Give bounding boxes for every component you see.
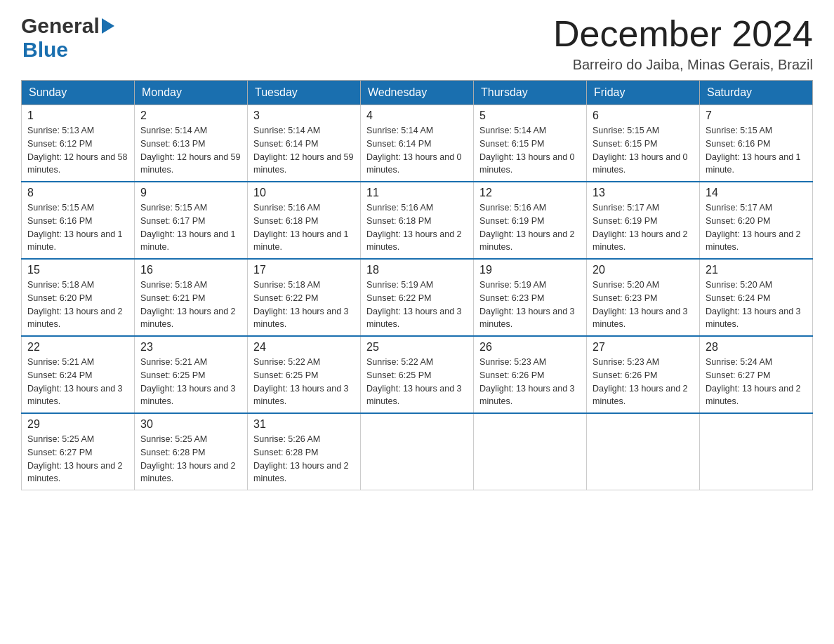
day-number: 24 (253, 341, 355, 354)
day-info: Sunrise: 5:17 AMSunset: 6:19 PMDaylight:… (593, 201, 694, 254)
table-row: 19Sunrise: 5:19 AMSunset: 6:23 PMDayligh… (474, 259, 587, 336)
day-number: 22 (27, 341, 128, 354)
day-number: 29 (27, 418, 128, 431)
day-number: 13 (593, 187, 694, 199)
col-friday: Friday (587, 81, 700, 105)
table-row: 5Sunrise: 5:14 AMSunset: 6:15 PMDaylight… (474, 105, 587, 182)
day-info: Sunrise: 5:25 AMSunset: 6:27 PMDaylight:… (27, 433, 128, 485)
day-info: Sunrise: 5:26 AMSunset: 6:28 PMDaylight:… (253, 433, 355, 485)
table-row: 18Sunrise: 5:19 AMSunset: 6:22 PMDayligh… (361, 259, 474, 336)
day-info: Sunrise: 5:20 AMSunset: 6:24 PMDaylight:… (706, 279, 807, 331)
day-number: 27 (593, 341, 694, 354)
logo-general-text: General (21, 14, 100, 38)
table-row: 17Sunrise: 5:18 AMSunset: 6:22 PMDayligh… (248, 259, 361, 336)
table-row: 15Sunrise: 5:18 AMSunset: 6:20 PMDayligh… (22, 259, 135, 336)
page-header: General Blue December 2024 Barreiro do J… (21, 14, 813, 73)
logo-blue-text: Blue (22, 38, 68, 62)
day-number: 10 (253, 187, 355, 199)
day-info: Sunrise: 5:24 AMSunset: 6:27 PMDaylight:… (706, 356, 807, 408)
table-row: 13Sunrise: 5:17 AMSunset: 6:19 PMDayligh… (587, 182, 700, 259)
day-number: 25 (366, 341, 468, 354)
calendar-table: Sunday Monday Tuesday Wednesday Thursday… (21, 80, 813, 490)
day-info: Sunrise: 5:13 AMSunset: 6:12 PMDaylight:… (27, 124, 128, 177)
day-info: Sunrise: 5:19 AMSunset: 6:22 PMDaylight:… (366, 279, 468, 331)
day-info: Sunrise: 5:14 AMSunset: 6:14 PMDaylight:… (366, 124, 468, 177)
table-row: 4Sunrise: 5:14 AMSunset: 6:14 PMDaylight… (361, 105, 474, 182)
table-row: 11Sunrise: 5:16 AMSunset: 6:18 PMDayligh… (361, 182, 474, 259)
table-row: 24Sunrise: 5:22 AMSunset: 6:25 PMDayligh… (248, 336, 361, 413)
col-sunday: Sunday (22, 81, 135, 105)
day-info: Sunrise: 5:22 AMSunset: 6:25 PMDaylight:… (366, 356, 468, 408)
day-info: Sunrise: 5:17 AMSunset: 6:20 PMDaylight:… (706, 201, 807, 254)
day-number: 1 (27, 109, 128, 122)
table-row: 14Sunrise: 5:17 AMSunset: 6:20 PMDayligh… (700, 182, 813, 259)
table-row (361, 413, 474, 490)
day-number: 20 (593, 264, 694, 276)
table-row: 30Sunrise: 5:25 AMSunset: 6:28 PMDayligh… (135, 413, 248, 490)
day-number: 8 (27, 187, 128, 199)
day-number: 7 (706, 109, 807, 122)
table-row (587, 413, 700, 490)
calendar-week-row: 29Sunrise: 5:25 AMSunset: 6:27 PMDayligh… (22, 413, 813, 490)
table-row: 25Sunrise: 5:22 AMSunset: 6:25 PMDayligh… (361, 336, 474, 413)
col-monday: Monday (135, 81, 248, 105)
col-saturday: Saturday (700, 81, 813, 105)
day-info: Sunrise: 5:18 AMSunset: 6:20 PMDaylight:… (27, 279, 128, 331)
table-row: 7Sunrise: 5:15 AMSunset: 6:16 PMDaylight… (700, 105, 813, 182)
table-row: 26Sunrise: 5:23 AMSunset: 6:26 PMDayligh… (474, 336, 587, 413)
day-number: 19 (479, 264, 581, 276)
table-row: 8Sunrise: 5:15 AMSunset: 6:16 PMDaylight… (22, 182, 135, 259)
day-info: Sunrise: 5:21 AMSunset: 6:24 PMDaylight:… (27, 356, 128, 408)
day-number: 5 (479, 109, 581, 122)
table-row: 2Sunrise: 5:14 AMSunset: 6:13 PMDaylight… (135, 105, 248, 182)
calendar-week-row: 1Sunrise: 5:13 AMSunset: 6:12 PMDaylight… (22, 105, 813, 182)
day-number: 16 (140, 264, 241, 276)
logo-arrow-icon (102, 18, 114, 34)
day-number: 6 (593, 109, 694, 122)
day-info: Sunrise: 5:21 AMSunset: 6:25 PMDaylight:… (140, 356, 241, 408)
day-info: Sunrise: 5:19 AMSunset: 6:23 PMDaylight:… (479, 279, 581, 331)
day-info: Sunrise: 5:15 AMSunset: 6:16 PMDaylight:… (706, 124, 807, 177)
table-row (474, 413, 587, 490)
day-number: 31 (253, 418, 355, 431)
day-info: Sunrise: 5:25 AMSunset: 6:28 PMDaylight:… (140, 433, 241, 485)
day-number: 12 (479, 187, 581, 199)
day-info: Sunrise: 5:18 AMSunset: 6:21 PMDaylight:… (140, 279, 241, 331)
table-row: 9Sunrise: 5:15 AMSunset: 6:17 PMDaylight… (135, 182, 248, 259)
day-info: Sunrise: 5:22 AMSunset: 6:25 PMDaylight:… (253, 356, 355, 408)
day-info: Sunrise: 5:15 AMSunset: 6:15 PMDaylight:… (593, 124, 694, 177)
day-number: 26 (479, 341, 581, 354)
logo: General Blue (21, 14, 114, 62)
calendar-week-row: 22Sunrise: 5:21 AMSunset: 6:24 PMDayligh… (22, 336, 813, 413)
day-info: Sunrise: 5:16 AMSunset: 6:18 PMDaylight:… (253, 201, 355, 254)
table-row: 12Sunrise: 5:16 AMSunset: 6:19 PMDayligh… (474, 182, 587, 259)
table-row: 28Sunrise: 5:24 AMSunset: 6:27 PMDayligh… (700, 336, 813, 413)
day-info: Sunrise: 5:20 AMSunset: 6:23 PMDaylight:… (593, 279, 694, 331)
table-row: 21Sunrise: 5:20 AMSunset: 6:24 PMDayligh… (700, 259, 813, 336)
col-thursday: Thursday (474, 81, 587, 105)
page-title: December 2024 (553, 14, 813, 54)
day-number: 2 (140, 109, 241, 122)
day-number: 23 (140, 341, 241, 354)
day-info: Sunrise: 5:15 AMSunset: 6:17 PMDaylight:… (140, 201, 241, 254)
svg-marker-0 (102, 18, 114, 34)
table-row: 1Sunrise: 5:13 AMSunset: 6:12 PMDaylight… (22, 105, 135, 182)
title-section: December 2024 Barreiro do Jaiba, Minas G… (553, 14, 813, 73)
calendar-week-row: 8Sunrise: 5:15 AMSunset: 6:16 PMDaylight… (22, 182, 813, 259)
day-number: 14 (706, 187, 807, 199)
table-row: 29Sunrise: 5:25 AMSunset: 6:27 PMDayligh… (22, 413, 135, 490)
day-info: Sunrise: 5:16 AMSunset: 6:18 PMDaylight:… (366, 201, 468, 254)
day-info: Sunrise: 5:18 AMSunset: 6:22 PMDaylight:… (253, 279, 355, 331)
day-info: Sunrise: 5:14 AMSunset: 6:13 PMDaylight:… (140, 124, 241, 177)
table-row: 31Sunrise: 5:26 AMSunset: 6:28 PMDayligh… (248, 413, 361, 490)
day-info: Sunrise: 5:15 AMSunset: 6:16 PMDaylight:… (27, 201, 128, 254)
day-number: 9 (140, 187, 241, 199)
day-info: Sunrise: 5:16 AMSunset: 6:19 PMDaylight:… (479, 201, 581, 254)
day-number: 28 (706, 341, 807, 354)
day-number: 18 (366, 264, 468, 276)
page-subtitle: Barreiro do Jaiba, Minas Gerais, Brazil (553, 57, 813, 73)
day-number: 21 (706, 264, 807, 276)
col-wednesday: Wednesday (361, 81, 474, 105)
col-tuesday: Tuesday (248, 81, 361, 105)
day-number: 11 (366, 187, 468, 199)
